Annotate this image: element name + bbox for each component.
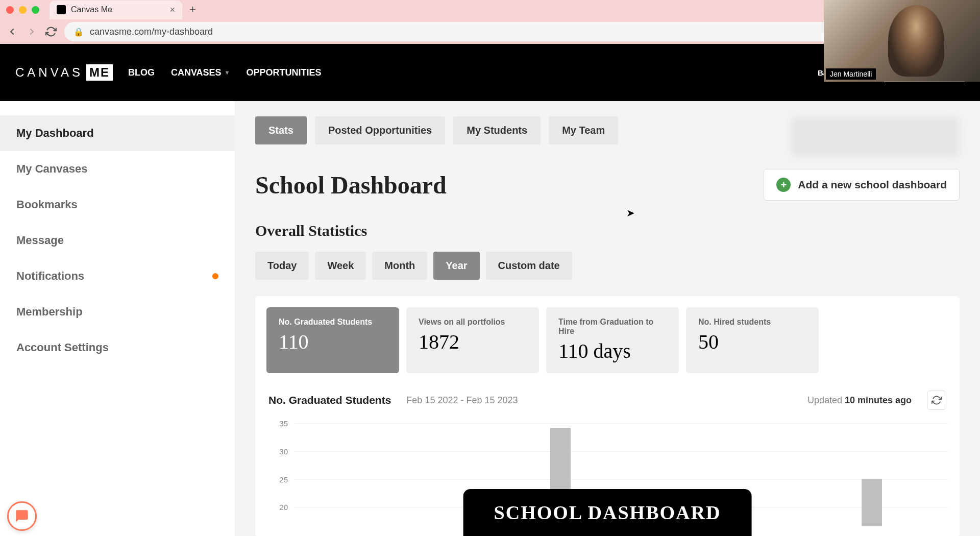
stat-label: Views on all portfolios <box>419 318 527 327</box>
refresh-button[interactable] <box>927 391 946 410</box>
y-tick: 25 <box>279 475 288 483</box>
tab-my-team[interactable]: My Team <box>549 116 618 144</box>
browser-tab[interactable]: Canvas Me × <box>50 1 182 19</box>
notification-dot <box>212 273 218 279</box>
tab-stats[interactable]: Stats <box>255 116 307 144</box>
section-title: Overall Statistics <box>255 222 960 239</box>
nav-opportunities[interactable]: OPPORTUNITIES <box>247 67 322 78</box>
window-close-button[interactable] <box>6 6 14 14</box>
stat-card-graduated[interactable]: No. Graduated Students 110 <box>266 307 399 373</box>
page-title: School Dashboard <box>255 171 447 199</box>
stat-value: 110 <box>279 330 387 354</box>
sidebar-item-canvases[interactable]: My Canvases <box>0 151 235 187</box>
logo[interactable]: CANVAS ME <box>15 64 113 81</box>
tab-my-students[interactable]: My Students <box>453 116 541 144</box>
url-text: canvasme.com/my-dashboard <box>90 27 213 37</box>
sidebar-item-membership[interactable]: Membership <box>0 294 235 330</box>
window-minimize-button[interactable] <box>19 6 27 14</box>
stat-card-hired[interactable]: No. Hired students 50 <box>686 307 819 373</box>
chart-title: No. Graduated Students <box>268 394 391 406</box>
add-button-label: Add a new school dashboard <box>798 179 947 191</box>
stat-card-time-to-hire[interactable]: Time from Graduation to Hire 110 days <box>546 307 679 373</box>
range-week[interactable]: Week <box>315 252 366 280</box>
forward-button[interactable] <box>26 26 38 38</box>
logo-badge: ME <box>86 64 113 81</box>
chevron-down-icon: ▼ <box>225 69 230 76</box>
favicon <box>57 5 66 14</box>
overlay-banner: SCHOOL DASHBOARD <box>463 489 752 536</box>
video-person <box>888 5 944 77</box>
add-school-dashboard-button[interactable]: + Add a new school dashboard <box>764 169 960 201</box>
logo-text: CANVAS <box>15 65 83 80</box>
video-participant-name: Jen Martinelli <box>826 68 876 80</box>
chart-date-range: Feb 15 2022 - Feb 15 2023 <box>406 395 518 406</box>
nav-blog[interactable]: BLOG <box>128 67 155 78</box>
content-area: Stats Posted Opportunities My Students M… <box>235 101 980 536</box>
window-maximize-button[interactable] <box>32 6 39 14</box>
chart-updated-label: Updated 10 minutes ago <box>807 395 912 406</box>
chart-header: No. Graduated Students Feb 15 2022 - Feb… <box>266 391 948 410</box>
range-year[interactable]: Year <box>433 252 479 280</box>
tab-title: Canvas Me <box>71 5 164 14</box>
chart-bar <box>862 479 882 526</box>
video-call-overlay[interactable]: Jen Martinelli <box>824 0 980 82</box>
sidebar-item-message[interactable]: Message <box>0 223 235 258</box>
y-tick: 20 <box>279 503 288 511</box>
plus-circle-icon: + <box>776 178 791 192</box>
sidebar-item-bookmarks[interactable]: Bookmarks <box>0 187 235 223</box>
y-tick: 35 <box>279 419 288 428</box>
chat-widget-button[interactable] <box>7 501 37 531</box>
tab-posted-opportunities[interactable]: Posted Opportunities <box>315 116 445 144</box>
back-button[interactable] <box>6 26 18 38</box>
reload-button[interactable] <box>45 26 57 38</box>
range-month[interactable]: Month <box>372 252 427 280</box>
stat-value: 1872 <box>419 330 527 354</box>
sidebar-item-account[interactable]: Account Settings <box>0 330 235 366</box>
date-range-tabs: Today Week Month Year Custom date <box>255 252 960 280</box>
stat-value: 110 days <box>558 339 667 363</box>
stat-value: 50 <box>698 330 806 354</box>
sidebar: My Dashboard My Canvases Bookmarks Messa… <box>0 101 235 536</box>
close-icon[interactable]: × <box>169 5 175 15</box>
chart-y-axis: 35 30 25 20 <box>266 419 291 526</box>
nav-canvases[interactable]: CANVASES▼ <box>171 67 230 78</box>
y-tick: 30 <box>279 447 288 456</box>
range-custom[interactable]: Custom date <box>486 252 572 280</box>
range-today[interactable]: Today <box>255 252 309 280</box>
sidebar-item-dashboard[interactable]: My Dashboard <box>0 115 235 151</box>
sidebar-item-notifications[interactable]: Notifications <box>0 258 235 294</box>
stat-card-views[interactable]: Views on all portfolios 1872 <box>406 307 539 373</box>
new-tab-button[interactable]: + <box>189 3 196 16</box>
window-controls <box>6 6 39 14</box>
stat-label: Time from Graduation to Hire <box>558 318 667 336</box>
stat-label: No. Graduated Students <box>279 318 387 327</box>
lock-icon: 🔒 <box>74 27 84 37</box>
redacted-region <box>791 116 960 157</box>
stat-label: No. Hired students <box>698 318 806 327</box>
